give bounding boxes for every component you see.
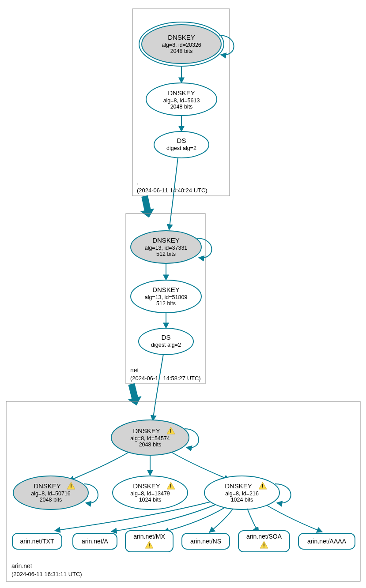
svg-text:DS: DS <box>162 333 171 341</box>
svg-text:!: ! <box>170 483 172 490</box>
zone-arin: arin.net (2024-06-11 16:31:11 UTC) DNSKE… <box>6 401 360 581</box>
svg-text:512 bits: 512 bits <box>156 300 176 307</box>
svg-text:DNSKEY: DNSKEY <box>152 286 180 293</box>
svg-text:1024 bits: 1024 bits <box>139 497 162 503</box>
node-arin-13479: DNSKEY alg=8, id=13479 1024 bits ! <box>113 476 188 509</box>
node-net-zsk: DNSKEY alg=13, id=51809 512 bits <box>131 280 201 313</box>
edge-216-soa <box>247 509 259 532</box>
svg-text:DNSKEY: DNSKEY <box>225 482 252 490</box>
node-root-ds: DS digest alg=2 <box>154 131 209 158</box>
node-arin-216: DNSKEY alg=8, id=216 1024 bits ! <box>204 476 279 509</box>
svg-text:arin.net/MX: arin.net/MX <box>133 533 165 540</box>
edge-216-aaaa <box>267 506 322 532</box>
svg-text:1024 bits: 1024 bits <box>231 497 253 503</box>
svg-text:!: ! <box>170 428 172 434</box>
svg-text:arin.net/TXT: arin.net/TXT <box>20 538 54 545</box>
svg-text:DNSKEY: DNSKEY <box>133 482 160 490</box>
svg-text:!: ! <box>263 542 265 549</box>
svg-text:DNSKEY: DNSKEY <box>34 482 61 490</box>
svg-text:alg=8, id=13479: alg=8, id=13479 <box>130 491 170 497</box>
svg-text:!: ! <box>262 483 264 490</box>
svg-text:!: ! <box>70 483 72 490</box>
node-arin-50716: DNSKEY alg=8, id=50716 2048 bits ! <box>13 476 88 509</box>
zone-arin-name: arin.net <box>11 562 32 569</box>
svg-text:DNSKEY: DNSKEY <box>152 236 180 244</box>
zone-arin-ts: (2024-06-11 16:31:11 UTC) <box>11 571 82 577</box>
edge-root-ds-net-ksk <box>169 157 178 230</box>
zone-net-ts: (2024-06-11 14:58:27 UTC) <box>130 375 201 382</box>
edge-net-ds-arin-ksk <box>153 354 163 421</box>
svg-text:arin.net/SOA: arin.net/SOA <box>246 533 282 540</box>
edge-216-ns <box>209 509 233 532</box>
svg-text:alg=8, id=216: alg=8, id=216 <box>225 491 259 497</box>
svg-text:alg=13, id=51809: alg=13, id=51809 <box>145 294 188 300</box>
svg-text:arin.net/NS: arin.net/NS <box>190 538 221 545</box>
svg-text:2048 bits: 2048 bits <box>139 442 162 448</box>
node-net-ds: DS digest alg=2 <box>139 328 193 355</box>
svg-text:alg=8, id=54574: alg=8, id=54574 <box>130 435 170 442</box>
zone-root-name: . <box>137 179 139 186</box>
dnssec-graph: . (2024-06-11 14:40:24 UTC) DNSKEY alg=8… <box>0 0 366 588</box>
svg-text:digest alg=2: digest alg=2 <box>151 342 181 348</box>
svg-point-22 <box>139 328 193 355</box>
rr-ns: arin.net/NS <box>182 533 230 549</box>
svg-text:alg=8, id=20326: alg=8, id=20326 <box>162 42 201 48</box>
svg-text:DNSKEY: DNSKEY <box>168 89 195 97</box>
edge-arin-ksk-216 <box>171 452 230 480</box>
svg-text:DNSKEY: DNSKEY <box>133 427 160 434</box>
zone-root-ts: (2024-06-11 14:40:24 UTC) <box>137 187 208 194</box>
svg-text:alg=8, id=5613: alg=8, id=5613 <box>163 97 200 104</box>
svg-text:2048 bits: 2048 bits <box>40 497 62 503</box>
edge-arin-ksk-50716 <box>69 452 129 481</box>
rr-aaaa: arin.net/AAAA <box>298 533 355 549</box>
svg-text:2048 bits: 2048 bits <box>170 48 193 54</box>
svg-text:2048 bits: 2048 bits <box>170 104 193 110</box>
svg-text:digest alg=2: digest alg=2 <box>166 145 196 151</box>
delegation-arrow-net-arin <box>125 382 143 407</box>
delegation-arrow-root-net <box>137 195 156 219</box>
svg-text:!: ! <box>148 542 150 549</box>
svg-text:alg=8, id=50716: alg=8, id=50716 <box>31 491 71 497</box>
svg-text:arin.net/AAAA: arin.net/AAAA <box>307 538 347 545</box>
rr-txt: arin.net/TXT <box>12 533 62 549</box>
rr-soa: arin.net/SOA ! <box>238 531 290 552</box>
node-net-ksk: DNSKEY alg=13, id=37331 512 bits <box>131 231 201 263</box>
zone-net-name: net <box>130 367 139 374</box>
rr-mx: arin.net/MX ! <box>125 531 173 552</box>
node-arin-ksk: DNSKEY alg=8, id=54574 2048 bits ! <box>111 420 189 455</box>
node-root-ksk: DNSKEY alg=8, id=20326 2048 bits <box>139 22 224 66</box>
svg-text:arin.net/A: arin.net/A <box>82 538 109 545</box>
svg-text:DS: DS <box>177 137 186 144</box>
svg-text:DNSKEY: DNSKEY <box>168 34 195 41</box>
svg-point-10 <box>154 131 209 158</box>
zone-net: net (2024-06-11 14:58:27 UTC) DNSKEY alg… <box>126 213 212 421</box>
svg-text:512 bits: 512 bits <box>156 251 176 257</box>
rr-a: arin.net/A <box>73 533 117 549</box>
svg-text:alg=13, id=37331: alg=13, id=37331 <box>145 245 188 251</box>
node-root-zsk: DNSKEY alg=8, id=5613 2048 bits <box>146 83 217 116</box>
